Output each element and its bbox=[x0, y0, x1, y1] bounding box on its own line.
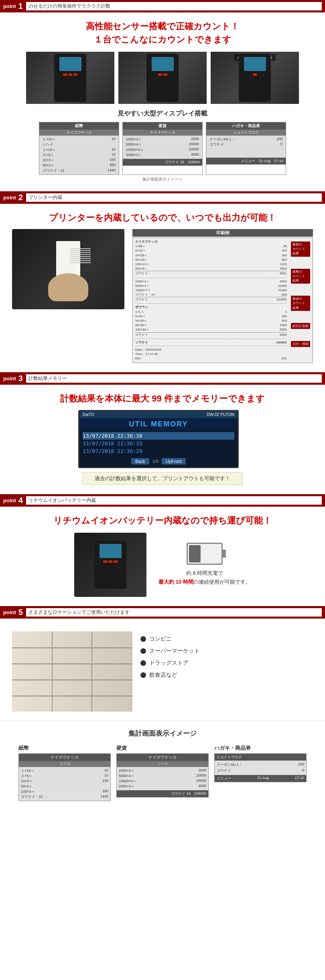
back-button[interactable]: Back bbox=[131, 458, 149, 465]
bt-row: 5000×4＝20000 bbox=[119, 773, 206, 779]
point-2-bar: point 2 プリンター内蔵 bbox=[0, 191, 325, 204]
table-1-body: １×10＝10 シヘイ １×10＝10 ２×5＝10 10×2＝100 50×2… bbox=[39, 136, 119, 174]
device-display-1 bbox=[59, 57, 81, 71]
display-table-banknote: 紙幣 ケイスウケッカ １×10＝10 シヘイ １×10＝10 ２×5＝10 10… bbox=[39, 122, 119, 175]
table-row: 1000×2＝2000 bbox=[125, 137, 200, 142]
display-tables: 紙幣 ケイスウケッカ １×10＝10 シヘイ １×10＝10 ２×5＝10 10… bbox=[12, 122, 313, 175]
bt-sub-1: コウカ bbox=[19, 761, 110, 767]
image-banknote: 紙幣 bbox=[26, 52, 114, 104]
bottom-tables-row: 紙幣 ケイスウケッカ コウカ １×10＝10 ２×5＝10 10×2＝100 5… bbox=[12, 745, 313, 801]
point-5-bar: point 5 さまざまなロケーションでご使用いただけます bbox=[0, 606, 325, 619]
point-word-3: point bbox=[3, 375, 16, 381]
btr-footer: メニュー 21-Aug 17-10 bbox=[215, 775, 306, 782]
receipt-divider-4 bbox=[135, 346, 287, 346]
memory-row-2: 13/07/2018 22:36:33 bbox=[83, 440, 234, 447]
table-1-header: 紙幣 bbox=[39, 122, 119, 130]
receipt-columns: ケイスウケッカ 1×88＝88 5×20＝100 10×28＝280 50×18… bbox=[135, 239, 310, 361]
ref-row: Ref：201 bbox=[135, 356, 287, 361]
point-1-desc: のせるだけの簡単操作でラクラク計数 bbox=[26, 2, 322, 10]
receipt-area: 印刷例 ケイスウケッカ 1×88＝88 5×20＝100 10×28＝280 5… bbox=[132, 229, 313, 363]
brand-label: DaiTO bbox=[83, 412, 94, 417]
point-5-desc: さまざまなロケーションでご使用いただけます bbox=[26, 608, 322, 617]
memory-title: UTIL MEMORY bbox=[79, 418, 238, 430]
location-item-2: スーパーマーケット bbox=[140, 647, 313, 655]
memory-screen-wrapper: DaiTO DW-02 PUTON UTIL MEMORY 13/07/2018… bbox=[78, 410, 247, 485]
device-illustration-3 bbox=[239, 54, 271, 102]
table-row: 2000×2＝4000 bbox=[125, 152, 200, 158]
table-row: １×10＝10 bbox=[42, 147, 116, 152]
point-4-content: リチウムイオンバッテリー内蔵なので持ち運び可能！ bbox=[0, 507, 325, 606]
annotation-total: 総合計金額 bbox=[289, 323, 310, 329]
bt-row: 50×2＝ bbox=[21, 784, 108, 789]
location-item-3: ドラッグストア bbox=[140, 659, 313, 667]
battery-fill bbox=[189, 545, 201, 562]
point-word-4: point bbox=[3, 497, 16, 503]
device-buttons-4 bbox=[103, 560, 118, 563]
upfront-button[interactable]: UpFront bbox=[162, 458, 186, 465]
bt-body-2: 1000×2＝2000 5000×4＝20000 10000×2＝20000 2… bbox=[117, 767, 208, 790]
table-2-body: 1000×2＝2000 5000×4＝20000 10000×2＝20000 2… bbox=[123, 136, 202, 159]
page-indicator: 1/9 bbox=[151, 458, 160, 465]
point-3-section: point 3 計数結果メモリー 計数結果を本体に最大 99 件までメモリーでき… bbox=[0, 372, 325, 494]
table-row: 50×2＝300 bbox=[42, 163, 116, 168]
battery-content: 約 6 時間充電で 最大約 10 時間の連続使用が可能です。 bbox=[12, 533, 313, 597]
bottom-table-2: ケイスウケッカ シヘイ 1000×2＝2000 5000×4＝20000 100… bbox=[116, 753, 209, 797]
annotation-label-4: 総合計金額 bbox=[291, 323, 310, 329]
bt-row: ゴウケイ・211440 bbox=[21, 794, 108, 799]
bottom-table-postcard: ハガキ・商品券 ニョイトウロク クーポンNo.1： 100 ゴウケイ 0 メニュ… bbox=[214, 745, 307, 801]
annotation-travel: 旅金のカウント結果 bbox=[289, 296, 310, 311]
device-display-4 bbox=[100, 544, 122, 558]
battery-icon bbox=[187, 543, 223, 565]
table-2-sub: ケイスウケッカ bbox=[123, 130, 202, 136]
display-table-coin: 硬貨 ケイスウケッカ 1000×2＝2000 5000×4＝20000 1000… bbox=[122, 122, 203, 175]
receipt-divider-2 bbox=[135, 303, 287, 304]
bt-row: １×10＝10 bbox=[21, 768, 108, 773]
battery-text: 約 6 時間充電で 最大約 10 時間の連続使用が可能です。 bbox=[158, 569, 251, 586]
table-row: 10×2＝100 bbox=[42, 158, 116, 163]
date-row: Date：23/08/2020 bbox=[135, 347, 287, 352]
memory-screen: DaiTO DW-02 PUTON UTIL MEMORY 13/07/2018… bbox=[78, 410, 239, 468]
point-3-number: 3 bbox=[18, 374, 23, 383]
annotation-datetime: 日付・時刻 bbox=[289, 341, 310, 347]
locations-content: コンビニ スーパーマーケット ドラッグストア 飲食店など bbox=[12, 631, 313, 712]
coin-placeholder bbox=[118, 52, 207, 104]
device-display-3 bbox=[244, 57, 266, 71]
btr-row-2: ゴウケイ 0 bbox=[217, 768, 304, 774]
point-5-content: コンビニ スーパーマーケット ドラッグストア 飲食店など bbox=[0, 619, 325, 721]
table-3-sub: ニョイトウロク bbox=[206, 130, 286, 136]
battery-tip bbox=[223, 550, 226, 558]
annotation-label-5: 日付・時刻 bbox=[291, 341, 310, 347]
bottom-table-coin: 硬貨 ケイスウケッカ シヘイ 1000×2＝2000 5000×4＝20000 … bbox=[116, 745, 209, 801]
device-image-small bbox=[74, 533, 146, 597]
bullet-4 bbox=[140, 672, 146, 678]
bottom-title-2: 硬貨 bbox=[116, 745, 209, 752]
memory-row-1: 13/07/2018 22:36:38 bbox=[83, 432, 234, 440]
bt-row: 10×2＝100 bbox=[21, 779, 108, 784]
product-images-row: 紙幣 硬貨 bbox=[12, 52, 313, 104]
receipt-coin-section: ケイスウケッカ 1×88＝88 5×20＝100 10×28＝280 50×18… bbox=[135, 239, 287, 276]
point-word-2: point bbox=[3, 195, 16, 201]
location-list: コンビニ スーパーマーケット ドラッグストア 飲食店など bbox=[140, 631, 313, 684]
device-display-2 bbox=[152, 57, 174, 71]
device-illustration-1 bbox=[54, 54, 86, 102]
location-item-1: コンビニ bbox=[140, 635, 313, 643]
point-2-section: point 2 プリンター内蔵 プリンターを内蔵しているので、いつでも出力が可能… bbox=[0, 191, 325, 372]
receipt-travel-section: ポウウン 1×1＝1 5×50＝250 10×50＝500 50×50＝2500… bbox=[135, 305, 287, 337]
device-illustration-2 bbox=[146, 54, 179, 102]
memory-note: 過去の計数結果を選択して、プリントアウトも可能です！ bbox=[82, 472, 243, 485]
bt-header-2: ケイスウケッカ bbox=[117, 754, 208, 761]
receipt-annotations: 硬貨のカウント結果 紙幣のカウント結果 旅金のカウント結果 総合計金額 bbox=[289, 239, 310, 361]
bt-footer-2: ゴウケイ 16 106000 bbox=[117, 790, 208, 797]
annotation-label-1: 硬貨のカウント結果 bbox=[291, 241, 310, 257]
location-item-4: 飲食店など bbox=[140, 672, 313, 679]
point-1-number: 1 bbox=[18, 2, 23, 11]
point-1-title: 高性能センサー搭載で正確カウント！ １台でこんなにカウントできます bbox=[12, 20, 313, 46]
point-word: point bbox=[3, 3, 16, 9]
receipt-divider-3 bbox=[135, 339, 287, 339]
bt-row: 1000×2＝2000 bbox=[119, 768, 206, 773]
device-body-4 bbox=[94, 541, 126, 589]
hand-shape bbox=[48, 273, 88, 301]
highlight-text: 最大約 10 時間 bbox=[158, 579, 193, 585]
annotation-banknote: 紙幣のカウント結果 bbox=[289, 269, 310, 284]
bt-row: ２×5＝10 bbox=[21, 773, 108, 779]
